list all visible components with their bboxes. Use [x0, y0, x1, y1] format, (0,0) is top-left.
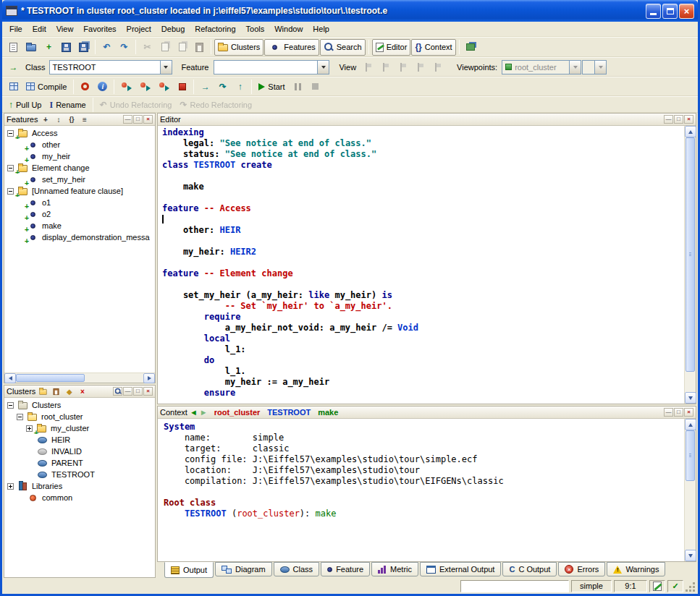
scroll-left-button[interactable] — [4, 373, 16, 383]
features-sort-button[interactable]: ↕ — [53, 115, 64, 124]
breadcrumb-root_cluster[interactable]: root_cluster — [214, 408, 261, 417]
undo-refactoring-button[interactable]: ↶ Undo Refactoring — [96, 96, 176, 113]
breadcrumb-make[interactable]: make — [318, 408, 338, 417]
clusters-tree-item[interactable]: root_cluster — [4, 411, 155, 422]
menu-item-window[interactable]: Window — [269, 23, 308, 35]
history-back-button[interactable]: ◄ — [190, 409, 198, 417]
pause-button[interactable] — [290, 78, 306, 95]
viewpoint-variant-dropdown-button[interactable] — [594, 61, 606, 74]
context-vertical-scrollbar[interactable] — [684, 419, 696, 561]
view-interface-button[interactable] — [429, 59, 446, 75]
view-flat-button[interactable] — [395, 59, 411, 75]
clusters-diamond-button[interactable]: ◆ — [64, 387, 75, 396]
save-all-button[interactable] — [75, 39, 92, 56]
new-window-button[interactable] — [5, 39, 22, 56]
copy-button[interactable] — [156, 39, 173, 56]
save-button[interactable] — [58, 39, 75, 56]
features-tool-button[interactable]: Features — [264, 39, 319, 56]
menu-item-favorites[interactable]: Favorites — [78, 23, 121, 35]
clusters-tree-item[interactable]: PARENT — [4, 457, 155, 469]
history-forward-button[interactable]: ► — [200, 409, 208, 417]
menu-item-help[interactable]: Help — [308, 23, 334, 35]
clusters-tool-button[interactable]: Clusters — [214, 39, 263, 56]
clusters-tree-item[interactable]: INVALID — [4, 446, 155, 457]
features-horizontal-scrollbar[interactable] — [4, 372, 155, 383]
pull-up-button[interactable]: ↑ Pull Up — [5, 96, 45, 113]
tree-expander-minus[interactable] — [7, 165, 14, 171]
scrollbar-thumb[interactable] — [16, 374, 85, 382]
editor-maximize-button[interactable]: □ — [674, 115, 683, 124]
open-file-button[interactable] — [22, 39, 40, 56]
tree-expander-minus[interactable] — [7, 130, 14, 137]
features-tree-item[interactable]: +set_my_heir — [4, 174, 155, 185]
view-contract-button[interactable] — [412, 59, 429, 75]
breadcrumb-TESTROOT[interactable]: TESTROOT — [267, 408, 311, 417]
context-maximize-button[interactable]: □ — [674, 408, 683, 417]
viewpoints-dropdown-button[interactable] — [569, 61, 581, 74]
features-close-button[interactable]: × — [143, 115, 153, 124]
viewpoints-combobox[interactable]: root_cluster — [502, 60, 581, 74]
stop-application-button[interactable] — [174, 78, 190, 95]
menu-item-refactoring[interactable]: Refactoring — [190, 23, 240, 35]
clusters-minimize-button[interactable]: — — [123, 387, 132, 396]
tab-feature[interactable]: Feature — [321, 562, 370, 576]
titlebar[interactable]: * TESTROOT in cluster root_cluster locat… — [2, 0, 698, 22]
editor-code-area[interactable]: indexing legal: "See notice at end of cl… — [158, 126, 684, 404]
editor-vertical-scrollbar[interactable] — [684, 126, 696, 404]
features-tree-item[interactable]: +o2 — [4, 208, 155, 220]
step-out-button[interactable]: ↑ — [232, 78, 248, 95]
close-button[interactable]: × — [679, 4, 694, 19]
scroll-up-button[interactable] — [685, 126, 696, 137]
start-button[interactable]: Start — [255, 78, 288, 95]
context-close-button[interactable]: × — [684, 408, 693, 417]
scroll-down-button[interactable] — [685, 392, 696, 404]
features-tree-item[interactable]: +my_heir — [4, 150, 155, 162]
clusters-maximize-button[interactable]: □ — [133, 387, 143, 396]
editor-tool-button[interactable]: Editor — [372, 39, 411, 56]
search-tool-button[interactable]: Search — [320, 39, 366, 56]
tab-errors[interactable]: ×Errors — [558, 562, 605, 576]
features-tree-item[interactable]: +[Unnamed feature clause] — [4, 185, 155, 197]
tab-warnings[interactable]: Warnings — [607, 562, 665, 576]
context-tool-button[interactable]: {} Context — [411, 39, 455, 56]
debug-run-ignore-breakpoints-button[interactable] — [117, 78, 135, 95]
tree-expander-minus[interactable] — [17, 414, 23, 420]
outputs-button[interactable] — [5, 78, 22, 95]
clusters-delete-button[interactable] — [51, 387, 62, 396]
context-minimize-button[interactable]: — — [664, 408, 673, 417]
clusters-remove-button[interactable]: × — [77, 387, 88, 396]
duplicate-button[interactable] — [174, 39, 190, 56]
features-tree-item[interactable]: +Access — [4, 127, 155, 139]
redo-button[interactable]: ↷ — [116, 39, 132, 56]
step-into-button[interactable]: → — [197, 78, 214, 95]
scroll-up-button[interactable] — [685, 419, 696, 430]
scrollbar-track[interactable] — [16, 373, 143, 383]
tab-class[interactable]: Class — [274, 562, 320, 576]
menu-item-view[interactable]: View — [51, 23, 79, 35]
status-edit-mode-button[interactable] — [649, 580, 665, 592]
class-combobox[interactable]: TESTROOT — [49, 60, 172, 74]
maximize-button[interactable] — [662, 4, 678, 19]
class-combobox-dropdown-button[interactable] — [160, 61, 172, 74]
editor-minimize-button[interactable]: — — [664, 115, 673, 124]
scrollbar-track[interactable] — [685, 430, 696, 550]
viewpoint-variant-combobox[interactable] — [582, 60, 607, 74]
features-add-clause-button[interactable]: + — [40, 115, 51, 124]
view-basic-button[interactable] — [360, 59, 376, 75]
stop-button[interactable] — [307, 78, 324, 95]
debug-disable-breakpoints-button[interactable] — [136, 78, 154, 95]
debug-breakpoints-tool-button[interactable] — [155, 78, 173, 95]
paste-button[interactable] — [191, 39, 208, 56]
clusters-tree-item[interactable]: +my_cluster — [4, 422, 155, 434]
minimize-button[interactable] — [646, 4, 661, 19]
resize-grip[interactable] — [686, 579, 696, 592]
features-list-button[interactable]: ≡ — [79, 115, 90, 124]
menu-item-edit[interactable]: Edit — [28, 23, 51, 35]
scrollbar-thumb[interactable] — [686, 137, 695, 372]
tree-expander-minus[interactable] — [7, 188, 14, 195]
context-output-area[interactable]: System name: simple target: classic conf… — [158, 419, 684, 561]
clusters-tree-item[interactable]: Libraries — [4, 480, 155, 492]
clusters-tree-item[interactable]: HEIR — [4, 434, 155, 446]
tab-external-output[interactable]: External Output — [420, 562, 501, 576]
scroll-down-button[interactable] — [685, 550, 696, 561]
